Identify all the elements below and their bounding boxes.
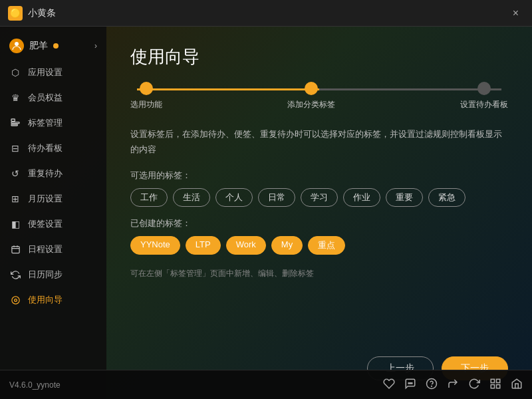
- created-tag-yynote[interactable]: YYNote: [130, 236, 180, 255]
- tag-study[interactable]: 学习: [301, 188, 338, 207]
- close-button[interactable]: ×: [507, 5, 524, 22]
- help-icon[interactable]: [426, 378, 438, 392]
- home-icon[interactable]: [511, 378, 523, 392]
- sidebar-user[interactable]: 肥羊 ›: [0, 32, 106, 60]
- svg-rect-18: [497, 384, 500, 388]
- step-3-dot: [477, 82, 491, 95]
- titlebar: 🟡 小黄条 ×: [0, 0, 532, 27]
- app-title: 小黄条: [28, 7, 56, 19]
- sidebar-item-label: 日历同步: [28, 269, 63, 281]
- guide-icon: [9, 294, 21, 306]
- stepper: 选用功能 添加分类标签 设置待办看板: [130, 82, 508, 110]
- svg-point-8: [11, 296, 19, 303]
- grid-icon[interactable]: [489, 378, 501, 392]
- refresh-icon[interactable]: [468, 378, 480, 392]
- step-1-dot: [140, 82, 153, 95]
- stepper-steps: 选用功能 添加分类标签 设置待办看板: [130, 82, 508, 110]
- tag-icon: [9, 117, 21, 129]
- sync-icon: [9, 269, 21, 281]
- sidebar-item-label: 应用设置: [28, 66, 63, 78]
- schedule-icon: [9, 243, 21, 255]
- sidebar-item-membership[interactable]: ♛ 会员权益: [0, 85, 106, 110]
- step-1: 选用功能: [130, 82, 162, 110]
- created-tag-my[interactable]: My: [271, 236, 303, 255]
- sidebar-item-calendar-sync[interactable]: 日历同步: [0, 262, 106, 287]
- created-tag-work[interactable]: Work: [226, 236, 266, 255]
- sidebar-item-usage-guide[interactable]: 使用向导: [0, 287, 106, 313]
- sidebar-item-label: 会员权益: [28, 92, 63, 104]
- sidebar-item-label: 使用向导: [28, 294, 63, 306]
- sticky-icon: ◧: [9, 218, 21, 230]
- sidebar-item-label: 待办看板: [28, 142, 63, 154]
- sidebar-item-sticky-settings[interactable]: ◧ 便签设置: [0, 211, 106, 237]
- available-tags-row: 工作 生活 个人 日常 学习 作业 重要 紧急: [130, 188, 508, 207]
- tag-important[interactable]: 重要: [386, 188, 423, 207]
- sidebar-item-label: 重复待办: [28, 168, 63, 180]
- sidebar-user-left: 肥羊: [9, 39, 59, 53]
- sidebar-item-app-settings[interactable]: ⬡ 应用设置: [0, 60, 106, 85]
- svg-rect-15: [491, 379, 494, 382]
- heart-icon[interactable]: [383, 378, 395, 392]
- page-title: 使用向导: [130, 45, 508, 68]
- svg-rect-4: [11, 246, 19, 253]
- tag-homework[interactable]: 作业: [343, 188, 380, 207]
- sidebar-item-label: 便签设置: [28, 218, 63, 230]
- svg-point-10: [408, 382, 410, 384]
- sidebar-item-calendar-settings[interactable]: ⊞ 月历设置: [0, 186, 106, 211]
- app-icon: 🟡: [8, 6, 23, 21]
- kanban-icon: ⊟: [9, 142, 21, 154]
- user-name: 肥羊: [29, 40, 48, 52]
- crown-icon: ♛: [9, 92, 21, 104]
- svg-rect-3: [11, 124, 17, 126]
- shield-icon: ⬡: [9, 66, 21, 78]
- sidebar-item-repeat-todo[interactable]: ↺ 重复待办: [0, 161, 106, 186]
- svg-point-12: [412, 382, 413, 384]
- sidebar-item-kanban[interactable]: ⊟ 待办看板: [0, 136, 106, 161]
- chevron-right-icon: ›: [94, 41, 97, 51]
- svg-point-9: [14, 299, 17, 301]
- calendar-icon: ⊞: [9, 193, 21, 205]
- step-2-dot: [305, 82, 318, 95]
- tag-personal[interactable]: 个人: [215, 188, 253, 207]
- description-text: 设置标签后，在添加待办、便签、重复待办时可以选择对应的标签，并设置过滤规则控制看…: [130, 126, 508, 158]
- created-tag-key[interactable]: 重点: [308, 236, 345, 255]
- sidebar-item-tag-management[interactable]: 标签管理: [0, 110, 106, 136]
- svg-rect-17: [491, 384, 494, 388]
- sidebar-item-label: 标签管理: [28, 117, 63, 129]
- svg-rect-16: [497, 379, 500, 382]
- titlebar-left: 🟡 小黄条: [8, 6, 56, 21]
- share-icon[interactable]: [447, 378, 459, 392]
- step-1-label: 选用功能: [130, 99, 162, 110]
- svg-rect-1: [11, 119, 15, 121]
- created-tags-label: 已创建的标签：: [130, 217, 508, 229]
- created-tag-ltp[interactable]: LTP: [186, 236, 221, 255]
- main-layout: 肥羊 › ⬡ 应用设置 ♛ 会员权益 标签管理 ⊟ 待办看板: [0, 27, 532, 399]
- svg-rect-2: [11, 122, 19, 124]
- tag-daily[interactable]: 日常: [258, 188, 295, 207]
- sidebar-item-schedule-settings[interactable]: 日程设置: [0, 237, 106, 262]
- chat-icon[interactable]: [404, 378, 416, 392]
- step-2-label: 添加分类标签: [287, 99, 335, 110]
- footer-icons: [383, 378, 523, 392]
- hint-text: 可在左侧「标签管理」页面中新增、编辑、删除标签: [130, 268, 508, 279]
- content-area: 使用向导 选用功能 添加分类标签 设置待办看板 设置标签后: [106, 27, 532, 399]
- tag-life[interactable]: 生活: [173, 188, 210, 207]
- sidebar-item-label: 月历设置: [28, 193, 63, 205]
- sidebar-item-label: 日程设置: [28, 243, 63, 255]
- footer: V4.6.0_yynote: [0, 370, 532, 399]
- step-2: 添加分类标签: [287, 82, 335, 110]
- available-tags-label: 可选用的标签：: [130, 170, 508, 182]
- repeat-icon: ↺: [9, 168, 21, 180]
- step-3-label: 设置待办看板: [460, 99, 508, 110]
- tag-work[interactable]: 工作: [130, 188, 168, 207]
- sidebar: 肥羊 › ⬡ 应用设置 ♛ 会员权益 标签管理 ⊟ 待办看板: [0, 27, 106, 399]
- version-text: V4.6.0_yynote: [9, 380, 61, 390]
- created-tags-row: YYNote LTP Work My 重点: [130, 236, 508, 255]
- step-3: 设置待办看板: [460, 82, 508, 110]
- user-avatar: [9, 39, 24, 53]
- svg-point-11: [410, 382, 411, 384]
- tag-urgent[interactable]: 紧急: [428, 188, 466, 207]
- svg-point-0: [15, 42, 19, 46]
- user-status-dot: [53, 43, 59, 49]
